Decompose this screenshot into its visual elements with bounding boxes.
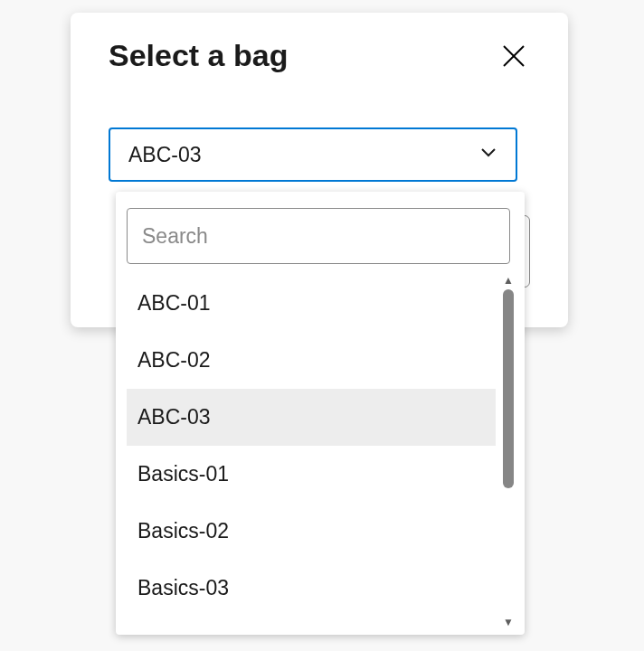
close-button[interactable]: [497, 40, 530, 72]
option-label: ABC-01: [137, 291, 211, 316]
scroll-thumb[interactable]: [503, 289, 514, 488]
bag-dropdown: ABC-01ABC-02ABC-03Basics-01Basics-02Basi…: [116, 192, 525, 635]
option-item[interactable]: ABC-02: [127, 332, 496, 389]
option-label: Basics-01: [137, 462, 229, 486]
option-label: ABC-03: [137, 405, 211, 429]
option-label: ABC-02: [137, 348, 211, 373]
option-item[interactable]: Basics-02: [127, 503, 496, 560]
dialog-header: Select a bag: [109, 38, 530, 73]
scroll-track[interactable]: [503, 289, 514, 617]
dialog-title: Select a bag: [109, 38, 288, 73]
option-item[interactable]: Basics-03: [127, 560, 496, 617]
option-list: ABC-01ABC-02ABC-03Basics-01Basics-02Basi…: [127, 275, 496, 627]
bag-select-value: ABC-03: [128, 143, 202, 167]
scrollbar[interactable]: ▲ ▼: [496, 275, 521, 627]
close-icon: [501, 43, 526, 69]
options-scroller: ABC-01ABC-02ABC-03Basics-01Basics-02Basi…: [127, 275, 521, 627]
scroll-down-arrow[interactable]: ▼: [503, 617, 514, 627]
option-label: Basics-03: [137, 576, 229, 600]
dropdown-search-wrap: [127, 208, 521, 264]
option-label: Basics-02: [137, 519, 229, 543]
scroll-up-arrow[interactable]: ▲: [503, 275, 514, 286]
option-item[interactable]: ABC-01: [127, 275, 496, 332]
chevron-down-icon: [478, 141, 499, 168]
option-item[interactable]: ABC-03: [127, 389, 496, 446]
bag-select[interactable]: ABC-03: [109, 127, 517, 182]
search-input[interactable]: [127, 208, 510, 264]
option-item[interactable]: Basics-01: [127, 446, 496, 503]
